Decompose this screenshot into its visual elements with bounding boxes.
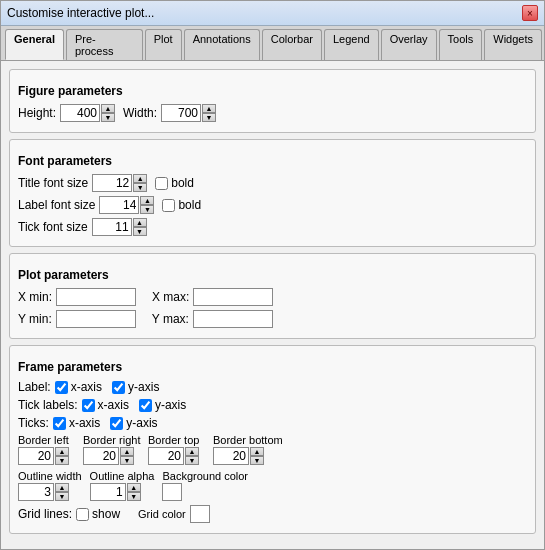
ticklabels-xaxis-checkbox[interactable] xyxy=(82,399,95,412)
border-bottom-spinner: ▲ ▼ xyxy=(213,447,264,465)
outline-row: Outline width ▲ ▼ Outline alpha xyxy=(18,470,527,501)
ticks-xaxis-group: x-axis xyxy=(53,416,100,430)
width-input[interactable] xyxy=(161,104,201,122)
border-left-up-button[interactable]: ▲ xyxy=(55,447,69,456)
height-down-button[interactable]: ▼ xyxy=(101,113,115,122)
width-up-button[interactable]: ▲ xyxy=(202,104,216,113)
label-font-row: Label font size ▲ ▼ bold xyxy=(18,196,527,214)
ticks-yaxis-checkbox[interactable] xyxy=(110,417,123,430)
border-top-down-button[interactable]: ▼ xyxy=(185,456,199,465)
border-bottom-down-button[interactable]: ▼ xyxy=(250,456,264,465)
xmin-label: X min: xyxy=(18,290,52,304)
tick-font-input[interactable] xyxy=(92,218,132,236)
outline-width-up-button[interactable]: ▲ xyxy=(55,483,69,492)
border-right-item: Border right ▲ ▼ xyxy=(83,434,142,465)
label-font-spin-buttons: ▲ ▼ xyxy=(140,196,154,214)
outline-width-input[interactable] xyxy=(18,483,54,501)
border-left-item: Border left ▲ ▼ xyxy=(18,434,77,465)
border-bottom-spin-buttons: ▲ ▼ xyxy=(250,447,264,465)
outline-width-down-button[interactable]: ▼ xyxy=(55,492,69,501)
height-input[interactable] xyxy=(60,104,100,122)
height-up-button[interactable]: ▲ xyxy=(101,104,115,113)
grid-color-swatch[interactable] xyxy=(190,505,210,523)
border-top-up-button[interactable]: ▲ xyxy=(185,447,199,456)
ticklabels-yaxis-checkbox[interactable] xyxy=(139,399,152,412)
xmax-label: X max: xyxy=(152,290,189,304)
label-yaxis-group: y-axis xyxy=(112,380,159,394)
figure-section-label: Figure parameters xyxy=(18,84,527,98)
tab-tools[interactable]: Tools xyxy=(439,29,483,60)
tab-overlay[interactable]: Overlay xyxy=(381,29,437,60)
width-spin-buttons: ▲ ▼ xyxy=(202,104,216,122)
close-button[interactable]: × xyxy=(522,5,538,21)
label-bold-checkbox[interactable] xyxy=(162,199,175,212)
title-font-down-button[interactable]: ▼ xyxy=(133,183,147,192)
ymin-input[interactable] xyxy=(56,310,136,328)
title-bar: Customise interactive plot... × xyxy=(1,1,544,26)
grid-row: Grid lines: show Grid color xyxy=(18,505,527,523)
border-bottom-label: Border bottom xyxy=(213,434,283,446)
label-font-up-button[interactable]: ▲ xyxy=(140,196,154,205)
label-xaxis-group: x-axis xyxy=(55,380,102,394)
bg-color-swatch[interactable] xyxy=(162,483,182,501)
xmin-input[interactable] xyxy=(56,288,136,306)
border-right-spin-buttons: ▲ ▼ xyxy=(120,447,134,465)
title-bold-checkbox[interactable] xyxy=(155,177,168,190)
width-down-button[interactable]: ▼ xyxy=(202,113,216,122)
outline-width-label: Outline width xyxy=(18,470,82,482)
border-top-input[interactable] xyxy=(148,447,184,465)
border-right-label: Border right xyxy=(83,434,140,446)
tab-annotations[interactable]: Annotations xyxy=(184,29,260,60)
tick-font-down-button[interactable]: ▼ xyxy=(133,227,147,236)
width-spinner: ▲ ▼ xyxy=(161,104,216,122)
ymax-input[interactable] xyxy=(193,310,273,328)
border-left-down-button[interactable]: ▼ xyxy=(55,456,69,465)
ticklabels-label: Tick labels: xyxy=(18,398,78,412)
border-right-up-button[interactable]: ▲ xyxy=(120,447,134,456)
label-bold-label: bold xyxy=(178,198,201,212)
tab-colorbar[interactable]: Colorbar xyxy=(262,29,322,60)
ymax-label: Y max: xyxy=(152,312,189,326)
ticks-xaxis-checkbox[interactable] xyxy=(53,417,66,430)
frame-section-label: Frame parameters xyxy=(18,360,527,374)
border-right-input[interactable] xyxy=(83,447,119,465)
border-bottom-up-button[interactable]: ▲ xyxy=(250,447,264,456)
xmax-input[interactable] xyxy=(193,288,273,306)
title-font-spin-buttons: ▲ ▼ xyxy=(133,174,147,192)
outline-alpha-down-button[interactable]: ▼ xyxy=(127,492,141,501)
outline-alpha-item: Outline alpha ▲ ▼ xyxy=(90,470,155,501)
title-bold-group: bold xyxy=(155,176,194,190)
border-left-input[interactable] xyxy=(18,447,54,465)
label-font-input[interactable] xyxy=(99,196,139,214)
tab-bar: General Pre-process Plot Annotations Col… xyxy=(1,26,544,61)
title-font-input[interactable] xyxy=(92,174,132,192)
label-xaxis-checkbox[interactable] xyxy=(55,381,68,394)
tab-general[interactable]: General xyxy=(5,29,64,60)
outline-alpha-input[interactable] xyxy=(90,483,126,501)
grid-lines-checkbox[interactable] xyxy=(76,508,89,521)
title-font-up-button[interactable]: ▲ xyxy=(133,174,147,183)
border-right-down-button[interactable]: ▼ xyxy=(120,456,134,465)
tab-plot[interactable]: Plot xyxy=(145,29,182,60)
outline-width-spinner: ▲ ▼ xyxy=(18,483,69,501)
grid-lines-show-label: show xyxy=(92,507,120,521)
outline-width-item: Outline width ▲ ▼ xyxy=(18,470,82,501)
border-left-spin-buttons: ▲ ▼ xyxy=(55,447,69,465)
figure-section: Figure parameters Height: ▲ ▼ Width: ▲ ▼ xyxy=(9,69,536,133)
tab-preprocess[interactable]: Pre-process xyxy=(66,29,143,60)
border-top-item: Border top ▲ ▼ xyxy=(148,434,207,465)
outline-alpha-up-button[interactable]: ▲ xyxy=(127,483,141,492)
label-font-spinner: ▲ ▼ xyxy=(99,196,154,214)
ticklabels-yaxis-label: y-axis xyxy=(155,398,186,412)
tab-widgets[interactable]: Widgets xyxy=(484,29,542,60)
border-bottom-input[interactable] xyxy=(213,447,249,465)
tick-font-row: Tick font size ▲ ▼ xyxy=(18,218,527,236)
figure-row: Height: ▲ ▼ Width: ▲ ▼ xyxy=(18,104,527,122)
label-yaxis-checkbox[interactable] xyxy=(112,381,125,394)
label-font-down-button[interactable]: ▼ xyxy=(140,205,154,214)
title-font-row: Title font size ▲ ▼ bold xyxy=(18,174,527,192)
tab-legend[interactable]: Legend xyxy=(324,29,379,60)
border-top-spin-buttons: ▲ ▼ xyxy=(185,447,199,465)
ticks-yaxis-group: y-axis xyxy=(110,416,157,430)
tick-font-up-button[interactable]: ▲ xyxy=(133,218,147,227)
